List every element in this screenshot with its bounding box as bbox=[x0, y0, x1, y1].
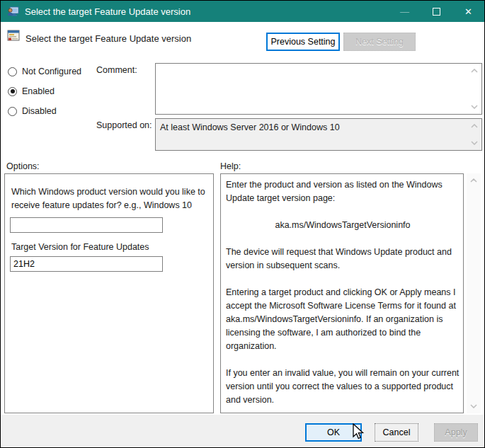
policy-setting-dialog: Select the target Feature Update version… bbox=[0, 0, 485, 448]
help-link-text: aka.ms/WindowsTargetVersioninfo bbox=[226, 219, 460, 232]
previous-setting-button[interactable]: Previous Setting bbox=[266, 33, 340, 51]
maximize-icon bbox=[433, 8, 440, 16]
supported-on-box: At least Windows Server 2016 or Windows … bbox=[155, 118, 482, 151]
close-icon: ✕ bbox=[464, 6, 472, 17]
close-button[interactable]: ✕ bbox=[452, 1, 484, 22]
maximize-button[interactable] bbox=[421, 1, 452, 22]
radio-label: Disabled bbox=[22, 106, 57, 116]
radio-circle[interactable] bbox=[8, 67, 17, 76]
help-paragraph: The device will request that Windows Upd… bbox=[226, 246, 460, 272]
cancel-button[interactable]: Cancel bbox=[375, 423, 418, 442]
help-paragraph: Entering a target product and clicking O… bbox=[226, 286, 460, 353]
supported-on-label: Supported on: bbox=[96, 120, 152, 130]
product-version-input[interactable] bbox=[10, 217, 163, 233]
comment-label: Comment: bbox=[96, 65, 137, 75]
help-paragraph: Enter the product and version as listed … bbox=[226, 178, 460, 205]
scroll-down-icon[interactable] bbox=[469, 103, 479, 111]
setting-title: Select the target Feature Update version bbox=[25, 33, 191, 44]
help-panel[interactable]: Enter the product and version as listed … bbox=[220, 173, 464, 413]
product-version-question: Which Windows product version would you … bbox=[11, 185, 211, 212]
radio-circle-checked[interactable] bbox=[8, 87, 17, 96]
apply-button[interactable]: Apply bbox=[434, 423, 478, 442]
scroll-down-icon[interactable] bbox=[469, 402, 479, 410]
radio-disabled[interactable]: Disabled bbox=[8, 106, 57, 116]
help-text: Enter the product and version as listed … bbox=[226, 178, 460, 413]
radio-not-configured[interactable]: Not Configured bbox=[8, 67, 81, 76]
help-label: Help: bbox=[220, 161, 241, 171]
group-policy-icon bbox=[7, 6, 19, 17]
minimize-button[interactable]: — bbox=[389, 1, 421, 22]
supported-on-value: At least Windows Server 2016 or Windows … bbox=[160, 122, 466, 132]
radio-circle[interactable] bbox=[8, 107, 17, 116]
options-panel: Which Windows product version would you … bbox=[4, 173, 214, 413]
options-label: Options: bbox=[6, 161, 40, 171]
scroll-up-icon[interactable] bbox=[469, 176, 479, 185]
window-title: Select the target Feature Update version bbox=[25, 6, 190, 17]
radio-label: Enabled bbox=[22, 86, 55, 96]
help-paragraph: If you enter an invalid value, you will … bbox=[226, 367, 460, 407]
radio-enabled[interactable]: Enabled bbox=[8, 86, 55, 96]
title-bar[interactable]: Select the target Feature Update version… bbox=[1, 1, 484, 22]
ok-button[interactable]: OK bbox=[305, 423, 362, 442]
radio-label: Not Configured bbox=[22, 67, 81, 76]
scroll-up-icon[interactable] bbox=[469, 122, 479, 130]
dialog-footer: OK Cancel Apply bbox=[1, 415, 484, 448]
scroll-down-icon[interactable] bbox=[469, 139, 479, 147]
help-scrollbar[interactable] bbox=[467, 173, 481, 413]
minimize-icon: — bbox=[400, 6, 409, 17]
scroll-up-icon[interactable] bbox=[469, 67, 479, 75]
comment-textarea[interactable] bbox=[155, 63, 482, 115]
setting-icon bbox=[7, 30, 20, 42]
target-version-label: Target Version for Feature Updates bbox=[11, 242, 149, 252]
target-version-input[interactable] bbox=[10, 256, 163, 272]
next-setting-button[interactable]: Next Setting bbox=[343, 33, 416, 51]
